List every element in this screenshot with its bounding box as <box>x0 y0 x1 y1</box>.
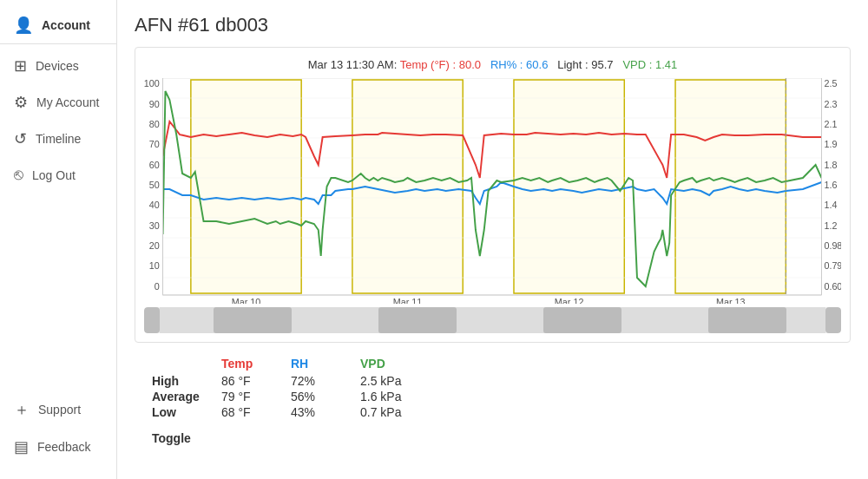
svg-text:20: 20 <box>149 240 160 251</box>
stats-high-rh: 72% <box>291 374 360 388</box>
stats-label-high: High <box>152 374 221 388</box>
stats-row-average: Average 79 °F 56% 1.6 kPa <box>152 390 851 404</box>
scrollbar-left-handle[interactable] <box>144 307 160 333</box>
svg-text:60: 60 <box>149 160 160 170</box>
stats-header-vpd: VPD <box>360 357 430 371</box>
page-title: AFN #61 db003 <box>135 14 851 36</box>
svg-text:100: 100 <box>144 78 160 89</box>
sidebar-item-my-account[interactable]: ⚙ My Account <box>0 84 116 121</box>
svg-text:40: 40 <box>149 200 160 210</box>
stats-row-high: High 86 °F 72% 2.5 kPa <box>152 374 851 388</box>
chart-scrollbar[interactable] <box>144 307 841 333</box>
svg-text:1.6: 1.6 <box>824 180 837 190</box>
svg-text:Mar 11: Mar 11 <box>393 297 423 304</box>
sidebar-item-support[interactable]: ＋ Support <box>0 390 116 429</box>
tooltip-rh-value: 60.6 <box>526 58 548 71</box>
account-label: Account <box>42 18 90 32</box>
sidebar-label-devices: Devices <box>36 59 79 73</box>
svg-text:1.9: 1.9 <box>824 139 837 149</box>
devices-icon: ⊞ <box>14 56 27 75</box>
sidebar: 👤 Account ⊞ Devices ⚙ My Account ↺ Timel… <box>0 0 117 479</box>
svg-rect-26 <box>514 78 624 295</box>
tooltip-rh-label: RH% : <box>490 58 523 71</box>
svg-text:30: 30 <box>149 220 160 231</box>
tooltip-temp-label: Temp (°F) : <box>400 58 456 71</box>
sidebar-item-devices[interactable]: ⊞ Devices <box>0 48 116 84</box>
sidebar-top-items: ⊞ Devices ⚙ My Account ↺ Timeline ⎋ Log … <box>0 48 116 390</box>
svg-text:2.5: 2.5 <box>824 78 837 89</box>
svg-text:1.4: 1.4 <box>824 200 837 210</box>
stats-average-rh: 56% <box>291 390 360 404</box>
svg-text:90: 90 <box>149 99 160 109</box>
tooltip-light-label: Light : <box>557 58 588 71</box>
stats-label-average: Average <box>152 390 221 404</box>
feedback-icon: ▤ <box>14 437 29 456</box>
logout-icon: ⎋ <box>14 166 23 184</box>
sidebar-bottom-items: ＋ Support ▤ Feedback <box>0 390 116 479</box>
stats-headers: Temp RH VPD <box>221 357 851 371</box>
timeline-icon: ↺ <box>14 129 27 148</box>
sidebar-item-feedback[interactable]: ▤ Feedback <box>0 429 116 465</box>
svg-text:1.8: 1.8 <box>824 160 837 170</box>
svg-text:0.98: 0.98 <box>824 240 841 251</box>
svg-text:Mar 12: Mar 12 <box>555 297 584 304</box>
sidebar-label-my-account: My Account <box>36 95 99 109</box>
stats-low-rh: 43% <box>291 405 360 419</box>
svg-text:10: 10 <box>149 260 160 271</box>
sidebar-label-timeline: Timeline <box>36 132 81 146</box>
tooltip-vpd-value: 1.41 <box>655 58 677 71</box>
svg-text:50: 50 <box>149 180 160 190</box>
account-section: 👤 Account <box>0 7 116 44</box>
tooltip-temp-value: 80.0 <box>459 58 481 71</box>
sidebar-item-timeline[interactable]: ↺ Timeline <box>0 121 116 157</box>
svg-text:2.3: 2.3 <box>824 99 837 109</box>
stats-label-low: Low <box>152 405 221 419</box>
stats-high-vpd: 2.5 kPa <box>360 374 430 388</box>
svg-rect-24 <box>191 78 301 295</box>
chart-tooltip: Mar 13 11:30 AM: Temp (°F) : 80.0 RH% : … <box>144 58 841 71</box>
stats-header-temp: Temp <box>221 357 291 371</box>
svg-text:80: 80 <box>149 119 160 129</box>
svg-text:0.79: 0.79 <box>824 260 841 271</box>
chart-area[interactable]: 100 90 80 70 60 50 40 30 20 10 0 2.5 2.3… <box>144 78 841 304</box>
svg-text:1.2: 1.2 <box>824 220 837 231</box>
scrollbar-right-handle[interactable] <box>825 307 841 333</box>
stats-section: Temp RH VPD High 86 °F 72% 2.5 kPa Avera… <box>135 357 851 445</box>
stats-header-rh: RH <box>291 357 360 371</box>
svg-text:Mar 13: Mar 13 <box>716 297 746 304</box>
account-icon: 👤 <box>14 16 33 35</box>
chart-svg: 100 90 80 70 60 50 40 30 20 10 0 2.5 2.3… <box>144 78 841 304</box>
stats-average-temp: 79 °F <box>221 390 291 404</box>
svg-text:70: 70 <box>149 139 160 149</box>
main-content: AFN #61 db003 Mar 13 11:30 AM: Temp (°F)… <box>117 0 868 479</box>
chart-container: Mar 13 11:30 AM: Temp (°F) : 80.0 RH% : … <box>135 47 851 343</box>
toggle-label[interactable]: Toggle <box>152 431 851 445</box>
sidebar-label-feedback: Feedback <box>37 440 90 454</box>
sidebar-label-support: Support <box>38 403 81 417</box>
tooltip-vpd-label: VPD : <box>622 58 652 71</box>
tooltip-light-value: 95.7 <box>591 58 613 71</box>
tooltip-date: Mar 13 11:30 AM: <box>308 58 398 71</box>
my-account-icon: ⚙ <box>14 93 28 112</box>
stats-average-vpd: 1.6 kPa <box>360 390 430 404</box>
svg-text:2.1: 2.1 <box>824 119 837 129</box>
stats-high-temp: 86 °F <box>221 374 291 388</box>
sidebar-item-log-out[interactable]: ⎋ Log Out <box>0 157 116 193</box>
sidebar-label-logout: Log Out <box>32 168 76 182</box>
svg-text:Mar 10: Mar 10 <box>232 297 261 304</box>
stats-low-temp: 68 °F <box>221 405 291 419</box>
svg-text:0: 0 <box>155 281 160 292</box>
stats-low-vpd: 0.7 kPa <box>360 405 430 419</box>
svg-text:0.60: 0.60 <box>824 281 841 292</box>
support-icon: ＋ <box>14 399 30 420</box>
stats-row-low: Low 68 °F 43% 0.7 kPa <box>152 405 851 419</box>
